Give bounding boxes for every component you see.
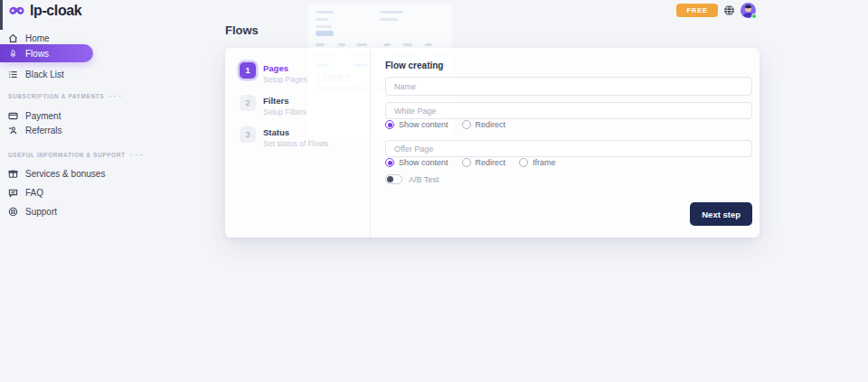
ab-test-label: A/B Test xyxy=(409,175,439,184)
radio-dot xyxy=(385,120,394,129)
step-number: 3 xyxy=(240,126,256,143)
bg-skeleton-line xyxy=(380,18,398,21)
sidebar-item-home[interactable]: Home xyxy=(0,31,208,45)
sidebar-item-referrals[interactable]: Referrals xyxy=(0,123,208,137)
bg-skeleton-pill xyxy=(316,31,334,36)
sidebar-item-label: FAQ xyxy=(25,188,43,198)
gift-icon xyxy=(8,169,18,179)
step-status[interactable]: 3 Status Set status of Flows xyxy=(240,126,328,148)
rocket-icon xyxy=(8,49,18,59)
step-title: Status xyxy=(263,127,328,137)
radio-label: Show content xyxy=(399,120,448,129)
sidebar-item-flows-active[interactable]: Flows xyxy=(0,44,93,62)
bg-skeleton-line xyxy=(380,11,403,14)
ab-test-row: A/B Test xyxy=(385,174,439,184)
flow-creating-modal: 1 Pages Setup Pages 2 Filters Setup Filt… xyxy=(225,48,760,238)
bg-skeleton-line xyxy=(383,43,391,46)
toggle-knob xyxy=(387,176,393,182)
chat-icon xyxy=(8,188,18,198)
sidebar-item-label: Flows xyxy=(25,49,49,59)
step-title: Pages xyxy=(263,63,307,73)
step-subtitle: Setup Filters xyxy=(263,107,307,116)
sidebar-item-label: Home xyxy=(25,33,50,43)
sidebar-item-label: Support xyxy=(25,207,57,217)
bg-skeleton-line xyxy=(316,18,328,21)
avatar[interactable] xyxy=(741,3,756,18)
offer-page-input[interactable] xyxy=(385,140,752,157)
sidebar-item-label: Black List xyxy=(25,70,64,79)
page-title: Flows xyxy=(225,23,259,37)
offer-page-radio-group: Show content Redirect Iframe xyxy=(385,158,556,167)
topbar-controls: FREE xyxy=(676,3,756,18)
sidebar-item-faq[interactable]: FAQ xyxy=(0,185,208,200)
next-step-button[interactable]: Next step xyxy=(690,202,752,226)
sidebar-item-label: Payment xyxy=(25,111,61,121)
sidebar: lp-cloak Home Flows Black List Subscrip xyxy=(0,0,224,382)
radio-label: Redirect xyxy=(476,158,506,167)
radio-redirect[interactable]: Redirect xyxy=(462,120,506,129)
bg-skeleton-line xyxy=(425,43,432,46)
step-title: Filters xyxy=(263,96,307,106)
steps-divider xyxy=(370,48,371,238)
step-filters[interactable]: 2 Filters Setup Filters xyxy=(240,95,307,116)
ab-test-toggle[interactable] xyxy=(385,174,402,184)
sidebar-item-support[interactable]: Support xyxy=(0,204,208,219)
step-subtitle: Setup Pages xyxy=(263,75,307,84)
step-subtitle: Set status of Flows xyxy=(263,139,328,148)
sidebar-item-label: Services & bonuses xyxy=(25,169,105,179)
step-number: 1 xyxy=(240,62,256,79)
step-number: 2 xyxy=(240,95,256,111)
bg-skeleton-line xyxy=(316,25,332,28)
radio-show-content[interactable]: Show content xyxy=(385,158,448,167)
modal-title: Flow creating xyxy=(385,61,443,70)
white-page-radio-group: Show content Redirect xyxy=(385,120,505,129)
radio-label: Show content xyxy=(399,158,448,167)
white-page-input[interactable] xyxy=(385,102,752,119)
radio-redirect[interactable]: Redirect xyxy=(462,158,506,167)
language-globe-icon[interactable] xyxy=(723,5,735,16)
bg-skeleton-line xyxy=(338,43,345,46)
dashed-divider xyxy=(130,154,143,155)
free-plan-badge[interactable]: FREE xyxy=(676,4,718,17)
radio-dot xyxy=(385,158,394,167)
lifebuoy-icon xyxy=(8,207,18,217)
users-icon xyxy=(8,126,18,135)
list-icon xyxy=(8,70,18,79)
step-pages[interactable]: 1 Pages Setup Pages xyxy=(240,62,307,84)
radio-show-content[interactable]: Show content xyxy=(385,120,448,129)
radio-dot xyxy=(462,120,471,129)
scrollbar-thumb[interactable] xyxy=(0,0,3,30)
radio-dot xyxy=(519,158,528,167)
dashed-divider xyxy=(108,96,121,97)
sidebar-item-payment[interactable]: Payment xyxy=(0,108,208,123)
radio-label: Redirect xyxy=(476,120,506,129)
credit-card-icon xyxy=(8,111,18,121)
bg-skeleton-line xyxy=(403,43,412,46)
logo-text: lp-cloak xyxy=(30,3,81,19)
radio-iframe[interactable]: Iframe xyxy=(519,158,556,167)
bg-skeleton-line xyxy=(316,11,334,14)
radio-label: Iframe xyxy=(533,158,556,167)
section-header-support: Useful information & Support xyxy=(8,152,143,158)
online-status-dot xyxy=(751,14,757,19)
home-icon xyxy=(8,33,18,43)
section-header-subscription: Subscription & Payments xyxy=(8,93,121,99)
bg-skeleton-line xyxy=(316,43,325,46)
radio-dot xyxy=(462,158,471,167)
sidebar-item-label: Referrals xyxy=(25,126,62,135)
sidebar-item-services-bonuses[interactable]: Services & bonuses xyxy=(0,166,208,181)
bg-skeleton-line xyxy=(356,43,367,46)
mask-logo-icon xyxy=(8,5,25,17)
sidebar-item-black-list[interactable]: Black List xyxy=(0,67,208,81)
name-input[interactable] xyxy=(385,77,752,96)
logo[interactable]: lp-cloak xyxy=(8,3,81,19)
